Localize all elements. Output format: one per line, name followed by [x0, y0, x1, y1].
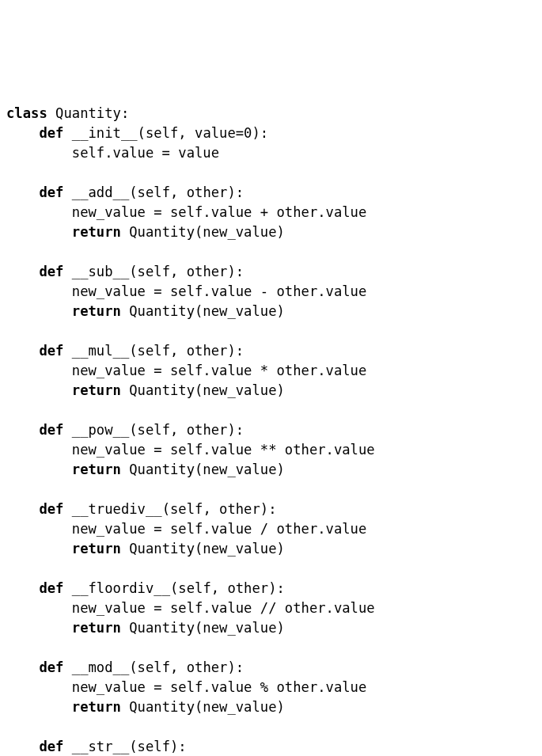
- code-line: return Quantity(new_value): [6, 541, 285, 557]
- code-line: def __floordiv__(self, other):: [6, 580, 285, 596]
- code-text: __sub__(self, other):: [72, 264, 244, 279]
- code-line: return Quantity(new_value): [6, 699, 285, 715]
- code-line: new_value = self.value - other.value: [6, 283, 366, 299]
- code-line: def __mod__(self, other):: [6, 659, 244, 675]
- code-line: def __sub__(self, other):: [6, 264, 244, 279]
- keyword-span: def: [39, 739, 71, 754]
- code-text: new_value = self.value // other.value: [72, 600, 375, 616]
- keyword-span: return: [72, 541, 129, 557]
- keyword-span: def: [39, 125, 71, 141]
- keyword-span: return: [72, 620, 129, 636]
- code-line: new_value = self.value // other.value: [6, 600, 375, 616]
- keyword-span: return: [72, 382, 129, 398]
- code-line: return Quantity(new_value): [6, 462, 285, 477]
- keyword-span: def: [39, 501, 71, 517]
- code-text: __str__(self):: [72, 739, 187, 754]
- code-text: new_value = self.value % other.value: [72, 679, 367, 695]
- code-text: Quantity(new_value): [129, 462, 285, 477]
- code-text: new_value = self.value / other.value: [72, 521, 367, 537]
- keyword-span: def: [39, 659, 71, 675]
- keyword-span: return: [72, 224, 129, 240]
- code-text: __floordiv__(self, other):: [72, 580, 285, 596]
- keyword-span: return: [72, 303, 129, 319]
- code-text: Quantity(new_value): [129, 620, 285, 636]
- code-text: new_value = self.value - other.value: [72, 283, 367, 299]
- code-text: Quantity:: [55, 105, 129, 121]
- code-line: return Quantity(new_value): [6, 382, 285, 398]
- code-line: new_value = self.value ** other.value: [6, 442, 375, 458]
- code-line: def __mul__(self, other):: [6, 343, 244, 359]
- code-text: new_value = self.value * other.value: [72, 363, 367, 378]
- code-line: return Quantity(new_value): [6, 303, 285, 319]
- keyword-span: return: [72, 462, 129, 477]
- code-line: def __init__(self, value=0):: [6, 125, 268, 141]
- keyword-span: def: [39, 184, 71, 200]
- code-text: __pow__(self, other):: [72, 422, 244, 438]
- code-text: new_value = self.value + other.value: [72, 204, 367, 220]
- code-line: new_value = self.value / other.value: [6, 521, 366, 537]
- code-line: new_value = self.value % other.value: [6, 679, 366, 695]
- keyword-span: def: [39, 580, 71, 596]
- code-line: def __pow__(self, other):: [6, 422, 244, 438]
- keyword-span: def: [39, 343, 71, 359]
- code-text: Quantity(new_value): [129, 699, 285, 715]
- keyword-span: def: [39, 422, 71, 438]
- code-text: __init__(self, value=0):: [72, 125, 268, 141]
- code-text: new_value = self.value ** other.value: [72, 442, 375, 458]
- code-line: self.value = value: [6, 145, 219, 161]
- code-block: class Quantity: def __init__(self, value…: [6, 104, 539, 756]
- code-text: __mul__(self, other):: [72, 343, 244, 359]
- code-text: Quantity(new_value): [129, 224, 285, 240]
- code-text: __truediv__(self, other):: [72, 501, 277, 517]
- code-line: new_value = self.value * other.value: [6, 363, 366, 378]
- code-text: Quantity(new_value): [129, 541, 285, 557]
- code-line: def __truediv__(self, other):: [6, 501, 277, 517]
- code-line: new_value = self.value + other.value: [6, 204, 366, 220]
- code-text: Quantity(new_value): [129, 382, 285, 398]
- code-text: __mod__(self, other):: [72, 659, 244, 675]
- keyword-span: class: [6, 105, 55, 121]
- code-text: __add__(self, other):: [72, 184, 244, 200]
- code-text: Quantity(new_value): [129, 303, 285, 319]
- code-line: def __str__(self):: [6, 739, 187, 754]
- code-line: def __add__(self, other):: [6, 184, 244, 200]
- keyword-span: def: [39, 264, 71, 279]
- code-line: class Quantity:: [6, 105, 129, 121]
- code-line: return Quantity(new_value): [6, 224, 285, 240]
- code-line: return Quantity(new_value): [6, 620, 285, 636]
- code-text: self.value = value: [72, 145, 219, 161]
- keyword-span: return: [72, 699, 129, 715]
